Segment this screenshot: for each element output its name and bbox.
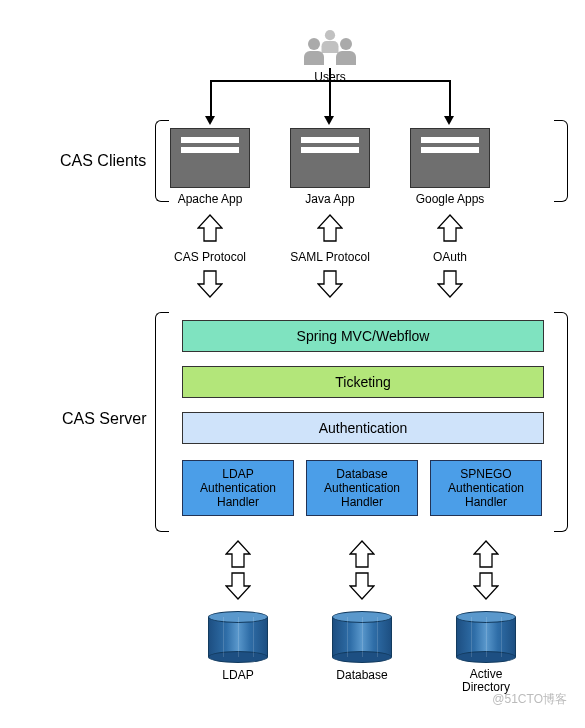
hollow-arrow-down-icon	[317, 270, 343, 298]
watermark: @51CTO博客	[492, 691, 567, 708]
handler-spnego: SPNEGO Authentication Handler	[430, 460, 542, 516]
handler-ldap-l2: Authentication	[183, 481, 293, 495]
handler-db: Database Authentication Handler	[306, 460, 418, 516]
bracket-right	[554, 120, 568, 202]
arrowhead-down-icon	[324, 116, 334, 125]
bracket-left	[155, 312, 169, 532]
handler-db-l2: Authentication	[307, 481, 417, 495]
handler-ldap-l1: LDAP	[183, 467, 293, 481]
hollow-arrow-up-icon	[317, 214, 343, 242]
connector-line	[449, 80, 451, 118]
client-java	[290, 128, 370, 188]
hollow-arrow-up-icon	[225, 540, 251, 568]
db-database-icon	[332, 612, 392, 662]
protocol-label-cas: CAS Protocol	[160, 250, 260, 264]
section-label-server: CAS Server	[62, 410, 146, 428]
client-java-label: Java App	[270, 192, 390, 206]
bracket-right	[554, 312, 568, 532]
arrowhead-down-icon	[205, 116, 215, 125]
protocol-label-saml: SAML Protocol	[280, 250, 380, 264]
hollow-arrow-up-icon	[473, 540, 499, 568]
handler-db-l1: Database	[307, 467, 417, 481]
connector-line	[329, 80, 331, 118]
handler-spnego-l3: Handler	[431, 495, 541, 509]
client-google	[410, 128, 490, 188]
db-ldap-icon	[208, 612, 268, 662]
hollow-arrow-down-icon	[437, 270, 463, 298]
db-ldap-label: LDAP	[188, 668, 288, 682]
layer-spring: Spring MVC/Webflow	[182, 320, 544, 352]
hollow-arrow-up-icon	[197, 214, 223, 242]
hollow-arrow-down-icon	[197, 270, 223, 298]
client-apache	[170, 128, 250, 188]
hollow-arrow-up-icon	[349, 540, 375, 568]
db-ad-icon	[456, 612, 516, 662]
bracket-left	[155, 120, 169, 202]
hollow-arrow-down-icon	[349, 572, 375, 600]
connector-line	[329, 68, 331, 80]
client-google-label: Google Apps	[390, 192, 510, 206]
protocol-label-oauth: OAuth	[400, 250, 500, 264]
handler-spnego-l1: SPNEGO	[431, 467, 541, 481]
handler-ldap-l3: Handler	[183, 495, 293, 509]
hollow-arrow-up-icon	[437, 214, 463, 242]
db-ad-l1: Active	[470, 667, 503, 681]
connector-line	[210, 80, 212, 118]
layer-ticketing: Ticketing	[182, 366, 544, 398]
handler-ldap: LDAP Authentication Handler	[182, 460, 294, 516]
db-database-label: Database	[312, 668, 412, 682]
hollow-arrow-down-icon	[225, 572, 251, 600]
arrowhead-down-icon	[444, 116, 454, 125]
client-apache-label: Apache App	[150, 192, 270, 206]
handler-db-l3: Handler	[307, 495, 417, 509]
hollow-arrow-down-icon	[473, 572, 499, 600]
layer-auth: Authentication	[182, 412, 544, 444]
handler-spnego-l2: Authentication	[431, 481, 541, 495]
section-label-clients: CAS Clients	[60, 152, 146, 170]
